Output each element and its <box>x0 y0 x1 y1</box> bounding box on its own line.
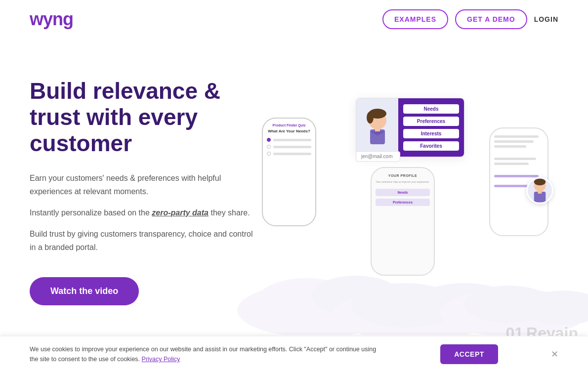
phone-quiz-screen: Product Finder Quiz What Are Your Needs? <box>263 119 315 164</box>
radio-2 <box>267 145 271 149</box>
quiz-option-2 <box>267 145 311 149</box>
cookie-text-content: We use cookies to improve your experienc… <box>30 346 376 363</box>
quiz-question: What Are Your Needs? <box>267 129 311 134</box>
quiz-label: Product Finder Quiz <box>267 124 311 127</box>
right-line-3 <box>494 145 526 148</box>
svg-rect-17 <box>538 191 542 194</box>
cookie-text: We use cookies to improve your experienc… <box>30 344 385 364</box>
cookie-banner: We use cookies to improve your experienc… <box>0 336 588 372</box>
logo: wyng <box>30 9 73 30</box>
right-line-6 <box>494 175 539 177</box>
hero-paragraph-2-pre: Instantly personalize based on the <box>30 208 152 217</box>
profile-email: jen@mail.com <box>356 151 400 162</box>
profile-screen-desc: Your selections help us improve your exp… <box>376 180 430 184</box>
examples-button[interactable]: EXAMPLES <box>382 9 448 29</box>
avatar-circle-illustration <box>528 177 552 204</box>
login-button[interactable]: LOGIN <box>534 15 558 23</box>
avatar-circle <box>526 177 553 204</box>
radio-1 <box>267 138 271 142</box>
hero-zero-party-data: zero-party data <box>152 208 209 217</box>
quiz-option-1 <box>267 138 311 142</box>
avatar-illustration <box>360 107 395 149</box>
right-line-1 <box>494 135 539 138</box>
phone-quiz: Product Finder Quiz What Are Your Needs? <box>262 118 316 226</box>
option-bar-3 <box>273 153 311 155</box>
hero-title: Build relevance & trust with every custo… <box>30 78 257 157</box>
profile-card: Needs Preferences Interests Favorites <box>356 98 464 157</box>
profile-tag-interests: Interests <box>403 129 459 138</box>
header: wyng EXAMPLES GET A DEMO LOGIN <box>0 0 588 39</box>
cookie-accept-button[interactable]: ACCEPT <box>440 344 498 364</box>
profile-btn-needs: Needs <box>376 189 430 196</box>
profile-screen-title: YOUR PROFILE <box>376 174 430 177</box>
profile-tags-container: Needs Preferences Interests Favorites <box>398 98 464 157</box>
right-line-5 <box>494 163 529 165</box>
quiz-option-3 <box>267 152 311 156</box>
profile-btn-preferences: Preferences <box>376 199 430 206</box>
cookie-close-button[interactable]: ✕ <box>551 349 558 360</box>
radio-3 <box>267 152 271 156</box>
hero-section: Build relevance & trust with every custo… <box>0 39 588 345</box>
profile-tag-needs: Needs <box>403 104 459 114</box>
nav: EXAMPLES GET A DEMO LOGIN <box>382 9 558 29</box>
right-line-4 <box>494 158 536 160</box>
phone-profile-screen: YOUR PROFILE Your selections help us imp… <box>372 168 434 214</box>
svg-rect-13 <box>375 127 380 131</box>
option-bar-2 <box>273 146 311 148</box>
get-demo-button[interactable]: GET A DEMO <box>455 9 527 29</box>
privacy-policy-link[interactable]: Privacy Policy <box>142 356 180 363</box>
option-bar-1 <box>273 139 311 141</box>
profile-tag-favorites: Favorites <box>403 141 459 151</box>
phone-profile: YOUR PROFILE Your selections help us imp… <box>371 167 435 276</box>
hero-illustration: Product Finder Quiz What Are Your Needs? <box>257 68 558 325</box>
svg-point-15 <box>534 178 546 185</box>
profile-tag-preferences: Preferences <box>403 117 459 126</box>
svg-point-11 <box>367 112 374 124</box>
profile-avatar <box>356 98 398 157</box>
right-line-2 <box>494 140 534 143</box>
watch-video-button[interactable]: Watch the video <box>30 277 139 305</box>
